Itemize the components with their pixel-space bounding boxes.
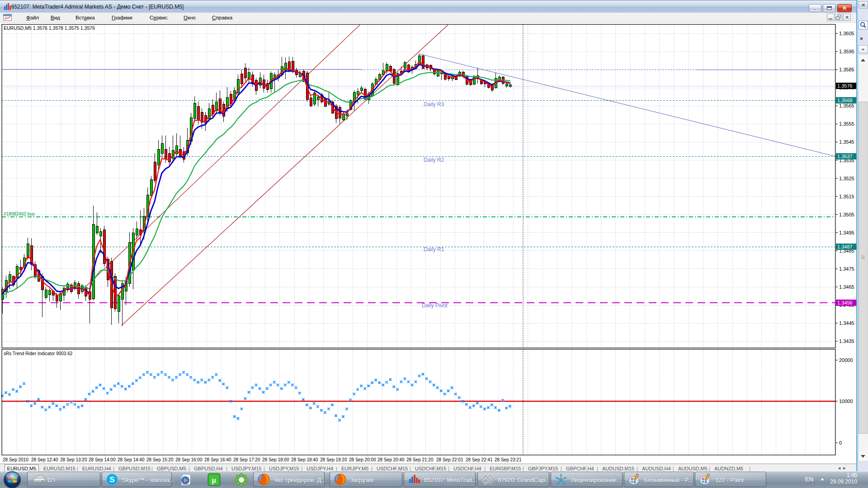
svg-text:Daily Pivot: Daily Pivot	[422, 302, 448, 309]
svg-text:sRs Trend Rider Indicator 9003: sRs Trend Rider Indicator 9003.62	[4, 351, 73, 356]
svg-text:28 Sep 14:00: 28 Sep 14:00	[89, 457, 116, 462]
svg-text:1.3585: 1.3585	[839, 67, 854, 72]
svg-text:1.3565: 1.3565	[839, 103, 854, 108]
svg-text:1.3545: 1.3545	[839, 139, 854, 145]
svg-text:28 Sep 17:20: 28 Sep 17:20	[233, 457, 260, 462]
svg-text:1.3495: 1.3495	[839, 230, 854, 235]
svg-text:#18982462 buy: #18982462 buy	[4, 211, 35, 216]
svg-text:1.3515: 1.3515	[839, 194, 854, 199]
svg-text:28 Sep 19:20: 28 Sep 19:20	[320, 457, 347, 462]
svg-text:28 Sep 18:40: 28 Sep 18:40	[291, 457, 318, 462]
svg-text:1.3568: 1.3568	[837, 98, 853, 103]
svg-text:28 Sep 23:21: 28 Sep 23:21	[495, 457, 522, 462]
svg-text:20000: 20000	[839, 357, 853, 363]
svg-text:1.3475: 1.3475	[839, 266, 854, 272]
svg-text:1.3576: 1.3576	[837, 83, 853, 89]
svg-text:1.3555: 1.3555	[839, 121, 854, 127]
svg-text:μ: μ	[212, 476, 216, 484]
svg-text:EURUSD,M5 1.3576 1.3578 1.357: EURUSD,M5 1.3576 1.3578 1.3575 1.3576	[4, 25, 95, 31]
svg-text:1.3456: 1.3456	[837, 300, 853, 305]
svg-text:1.3445: 1.3445	[839, 320, 854, 326]
svg-text:1.3537: 1.3537	[837, 154, 853, 159]
svg-text:1.3435: 1.3435	[839, 338, 854, 344]
svg-text:28 Sep 20:40: 28 Sep 20:40	[377, 457, 405, 462]
svg-text:28 Sep 16:40: 28 Sep 16:40	[204, 457, 231, 462]
svg-text:28 Sep 13:20: 28 Sep 13:20	[60, 457, 87, 462]
svg-text:28 Sep 14:40: 28 Sep 14:40	[118, 457, 145, 462]
svg-text:28 Sep 22:41: 28 Sep 22:41	[466, 457, 493, 462]
svg-text:28 Sep 15:20: 28 Sep 15:20	[146, 457, 174, 462]
svg-text:28 Sep 22:01: 28 Sep 22:01	[436, 457, 463, 462]
svg-text:28 Sep 12:40: 28 Sep 12:40	[31, 457, 58, 462]
svg-text:1.3595: 1.3595	[839, 49, 854, 54]
svg-text:28 Sep 21:20: 28 Sep 21:20	[406, 457, 434, 462]
svg-text:28 Sep 20:00: 28 Sep 20:00	[349, 457, 376, 462]
svg-text:Daily R2: Daily R2	[424, 157, 444, 163]
svg-text:0: 0	[839, 440, 842, 446]
svg-text:1.3465: 1.3465	[839, 284, 854, 290]
svg-text:1.3487: 1.3487	[837, 244, 853, 249]
svg-text:1.3525: 1.3525	[839, 176, 854, 181]
svg-text:10000: 10000	[839, 399, 853, 404]
svg-text:28 Sep 18:00: 28 Sep 18:00	[262, 457, 289, 462]
svg-text:Daily R3: Daily R3	[424, 101, 444, 108]
svg-text:1.3605: 1.3605	[839, 31, 854, 36]
svg-text:S: S	[109, 475, 114, 484]
svg-text:28 Sep 2010: 28 Sep 2010	[3, 457, 28, 462]
svg-text:Daily R1: Daily R1	[424, 246, 444, 253]
svg-text:28 Sep 16:00: 28 Sep 16:00	[175, 457, 203, 462]
svg-text:1.3505: 1.3505	[839, 212, 854, 217]
